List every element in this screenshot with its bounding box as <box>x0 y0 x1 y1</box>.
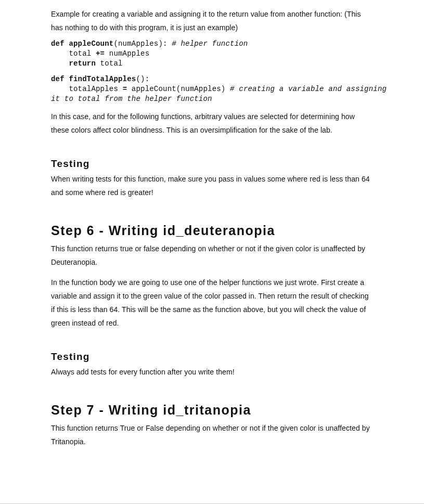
after-code-paragraph: In this case, and for the following func… <box>51 110 373 137</box>
code-comment: it to total from the helper function <box>51 95 212 103</box>
code-comment: # creating a variable and assigning <box>230 85 387 93</box>
code-block-apple-count: def appleCount(numApples): # helper func… <box>51 39 373 69</box>
step-7-heading: Step 7 - Writing id_tritanopia <box>51 403 373 418</box>
step-6-paragraph-2: In the function body we are going to use… <box>51 276 373 330</box>
step-6-heading: Step 6 - Writing id_deuteranopia <box>51 223 373 238</box>
code-op: += <box>96 49 105 58</box>
code-text: total <box>51 49 96 58</box>
document-page: Example for creating a variable and assi… <box>0 0 424 504</box>
code-text: appleCount(numApples) <box>127 85 230 93</box>
code-text: (numApples): <box>113 40 172 48</box>
intro-paragraph: Example for creating a variable and assi… <box>51 8 373 35</box>
code-kw: def <box>51 40 69 48</box>
code-text: total <box>96 59 123 68</box>
code-text: totalApples <box>51 85 123 93</box>
code-block-find-total-apples: def findTotalApples(): totalApples = app… <box>51 74 373 104</box>
code-kw: return <box>51 59 96 68</box>
code-text: numApples <box>105 49 149 58</box>
code-fn-name: appleCount <box>69 40 113 48</box>
testing-paragraph-2: Always add tests for every function afte… <box>51 366 373 379</box>
step-6-paragraph-1: This function returns true or false depe… <box>51 242 373 269</box>
testing-heading-2: Testing <box>51 351 373 363</box>
code-kw: def <box>51 75 69 83</box>
testing-heading-1: Testing <box>51 158 373 170</box>
code-fn-name: findTotalApples <box>69 75 136 83</box>
code-op: = <box>123 85 127 93</box>
code-comment: # helper function <box>172 40 248 48</box>
code-text: (): <box>136 75 149 83</box>
testing-paragraph-1: When writing tests for this function, ma… <box>51 173 373 200</box>
step-7-paragraph-1: This function returns True or False depe… <box>51 422 373 449</box>
